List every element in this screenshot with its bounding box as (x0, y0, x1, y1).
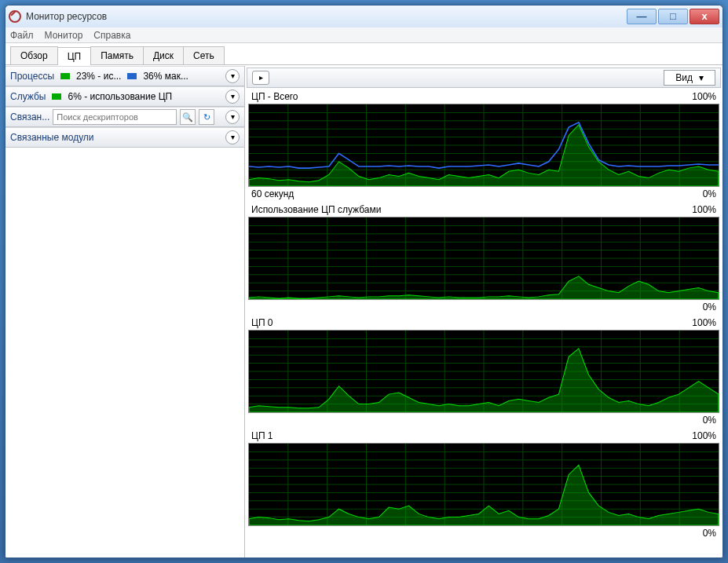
tab-overview[interactable]: Обзор (10, 46, 58, 64)
processes-label: Процессы (10, 71, 54, 82)
view-label: Вид (675, 72, 693, 83)
charts-toolbar: ▸ Вид ▾ (247, 68, 721, 88)
modules-expand-icon[interactable]: ▾ (225, 130, 240, 144)
chart-max: 100% (692, 317, 716, 328)
app-window: Монитор ресурсов — □ x Файл Монитор Спра… (5, 5, 723, 558)
services-swatch-icon (52, 93, 61, 100)
services-expand-icon[interactable]: ▾ (225, 90, 240, 104)
tab-bar: Обзор ЦП Память Диск Сеть (5, 43, 723, 65)
search-input[interactable] (53, 109, 177, 125)
chart-xlabel: 60 секунд (251, 188, 294, 199)
services-label: Службы (10, 91, 46, 102)
menu-file[interactable]: Файл (10, 30, 34, 41)
charts-container: ЦП - Bcero100%60 секунд0%Использование Ц… (247, 88, 721, 556)
chart-max: 100% (692, 204, 716, 215)
modules-label: Связанные модули (10, 132, 94, 143)
chart-plot (248, 104, 719, 187)
title-bar[interactable]: Монитор ресурсов — □ x (5, 5, 723, 27)
chart-3: ЦП 1100%0% (248, 429, 719, 540)
chart-max: 100% (692, 430, 716, 441)
chart-title: ЦП - Bcero (251, 91, 298, 102)
services-header[interactable]: Службы 6% - использование ЦП ▾ (5, 86, 244, 107)
chart-plot (248, 443, 719, 526)
cpu-maxfreq-swatch-icon (127, 73, 137, 79)
minimize-button[interactable]: — (627, 9, 657, 24)
menu-help[interactable]: Справка (93, 30, 130, 41)
chart-min: 0% (703, 528, 716, 539)
menu-monitor[interactable]: Монитор (45, 30, 83, 41)
app-icon (9, 10, 21, 23)
chart-0: ЦП - Bcero100%60 секунд0% (248, 90, 719, 201)
modules-header[interactable]: Связанные модули ▾ (5, 127, 244, 148)
collapse-charts-icon[interactable]: ▸ (252, 71, 269, 85)
tab-memory[interactable]: Память (90, 46, 144, 64)
left-panel: Процессы 23% - ис... 36% мак... ▾ Службы… (5, 66, 245, 558)
chart-max: 100% (692, 91, 716, 102)
search-icon[interactable]: 🔍 (180, 109, 196, 125)
maximize-button[interactable]: □ (658, 9, 688, 24)
cpu-usage-swatch-icon (60, 73, 70, 79)
content-area: Процессы 23% - ис... 36% мак... ▾ Службы… (5, 65, 723, 558)
handles-header[interactable]: Связан... 🔍 ↻ ▾ (5, 107, 244, 127)
close-button[interactable]: x (690, 9, 719, 24)
chart-min: 0% (703, 188, 716, 199)
view-button[interactable]: Вид ▾ (664, 70, 715, 86)
chart-min: 0% (703, 302, 716, 313)
chart-title: Использование ЦП службами (251, 204, 381, 215)
chart-min: 0% (703, 415, 716, 426)
chart-title: ЦП 1 (251, 430, 273, 441)
right-panel: ▸ Вид ▾ ЦП - Bcero100%60 секунд0%Использ… (245, 66, 723, 558)
handles-label: Связан... (10, 112, 49, 122)
tab-network[interactable]: Сеть (183, 46, 225, 64)
chart-2: ЦП 0100%0% (248, 316, 719, 427)
processes-expand-icon[interactable]: ▾ (225, 69, 240, 83)
chart-plot (248, 330, 719, 413)
handles-expand-icon[interactable]: ▾ (225, 110, 240, 124)
chart-plot (248, 217, 719, 300)
chart-title: ЦП 0 (251, 317, 273, 328)
processes-stat2: 36% мак... (143, 71, 188, 82)
refresh-icon[interactable]: ↻ (199, 109, 214, 125)
window-buttons: — □ x (627, 9, 719, 24)
services-stat1: 6% - использование ЦП (68, 91, 172, 102)
window-title: Монитор ресурсов (26, 11, 627, 22)
chevron-down-icon: ▾ (699, 72, 704, 83)
tab-disk[interactable]: Диск (143, 46, 184, 64)
chart-1: Использование ЦП службами100%0% (248, 203, 719, 314)
processes-stat1: 23% - ис... (76, 71, 121, 82)
tab-cpu[interactable]: ЦП (57, 47, 92, 65)
menu-bar: Файл Монитор Справка (5, 27, 723, 43)
processes-header[interactable]: Процессы 23% - ис... 36% мак... ▾ (5, 66, 244, 86)
